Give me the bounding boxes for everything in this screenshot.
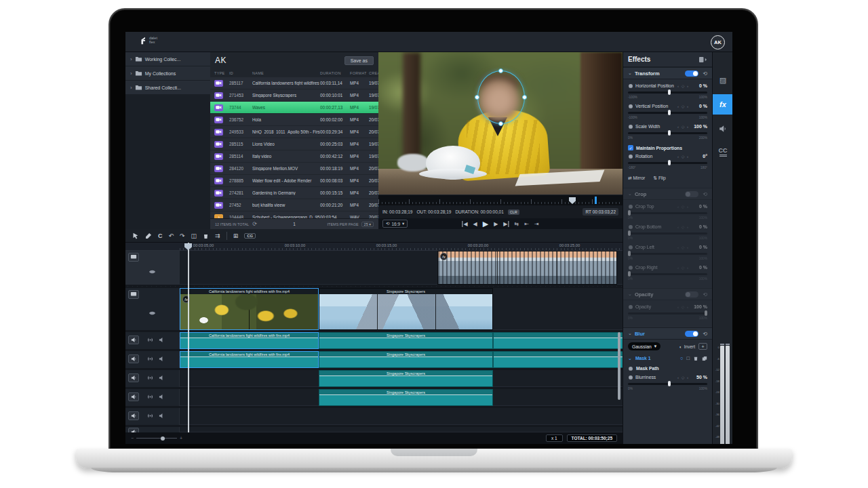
preview-playhead[interactable] [569,197,576,204]
insert-icon[interactable]: ⇉ [215,232,220,239]
control-value[interactable]: 0° [694,154,707,159]
mirror-button[interactable]: ⇄ Mirror [628,176,645,181]
video-track-2-header[interactable] [125,251,180,285]
clip-california-video[interactable]: California landowners fight wildfires wi… [180,288,319,330]
split-clip-icon[interactable]: ◫ [191,232,197,239]
control-value[interactable]: 50 % [694,375,707,380]
skip-start-button[interactable]: ◀ [462,221,467,227]
table-row[interactable]: 249533 NHQ_2018_1011_Apollo 50th - First… [210,126,378,138]
audio-tab-icon[interactable] [713,120,732,138]
timeline-vertical-scrollbar[interactable] [618,332,620,400]
keyframe-clock-icon[interactable] [628,153,633,159]
transform-toggle[interactable] [685,70,698,77]
speaker-icon[interactable] [128,428,139,432]
control-value[interactable]: 100 % [694,124,707,129]
section-transform[interactable]: ⌄ Transform ⟲ [623,67,712,79]
blurriness-slider[interactable] [628,381,707,386]
table-row[interactable]: 285114 Italy video 00:00:42:12 MP4 19/07… [210,150,378,162]
speaker-icon[interactable] [128,411,139,420]
ellipse-mask-tool[interactable]: ○ [680,355,684,361]
eye-icon[interactable] [149,310,156,316]
clip-crowd-video[interactable]: fx [437,251,617,285]
opacity-toggle[interactable] [685,291,698,298]
pan-icon[interactable] [147,394,153,400]
reset-icon[interactable]: ⟲ [703,191,707,197]
keyframe-nav[interactable]: ‹ ◇ › [677,104,689,108]
table-row-selected[interactable]: 73744 Waves 00:00:27,13 MP4 19/07/2 [210,102,378,113]
reset-icon[interactable]: ⟲ [703,70,707,77]
speaker-icon[interactable] [128,373,139,382]
crop-right-slider[interactable] [628,271,707,277]
transitions-icon[interactable]: ▨ [713,71,732,89]
pan-icon[interactable] [147,413,153,419]
monitor-icon[interactable] [128,253,139,262]
trim-tool-icon[interactable] [145,232,152,239]
eye-icon[interactable] [149,269,156,274]
items-per-page-select[interactable]: 25 ▾ [361,222,374,227]
razor-tool-icon[interactable]: C [158,232,163,239]
table-row[interactable]: 278885 Water flow edit - Adobe Render 00… [210,175,378,186]
user-avatar[interactable]: AK [711,35,725,49]
rotation-slider[interactable] [628,160,707,165]
captions-tab-icon[interactable]: CC [713,143,732,161]
audio-track-1-header[interactable] [125,332,180,349]
preview-scrub-bar[interactable] [378,195,623,205]
table-row[interactable]: 285117 California landowners fight wildf… [210,77,378,89]
table-row[interactable]: 284120 Singapore Merlion.MOV 00:00:18:19… [210,163,378,174]
mask-handle-right[interactable] [522,95,527,100]
sidebar-item-my-collections[interactable]: › My Collections [125,66,210,80]
sidebar-item-shared-collections[interactable]: › Shared Collecti... [125,81,210,94]
audio-track-5-header[interactable] [125,408,180,425]
out-point-marker[interactable] [595,197,597,204]
section-crop[interactable]: ⌄ Crop ⟲ [623,188,712,200]
blur-mode-dropdown[interactable]: Gaussian ▾ [628,342,660,350]
mask-path-row[interactable]: Mask Path [623,363,712,373]
pan-icon[interactable] [147,337,153,343]
mute-icon[interactable] [159,394,165,400]
exit-panel-icon[interactable] [698,56,707,63]
skip-end-button[interactable]: ▶ [503,221,509,227]
delete-clip-icon[interactable] [203,232,209,239]
delete-mask-icon[interactable] [693,355,698,361]
timeline-zoom-control[interactable]: − + [131,436,182,441]
page-number[interactable]: 1 [293,222,296,226]
clip-audio-continued-2[interactable] [493,351,623,368]
clip-singapore-audio-3[interactable]: Singapore Skyscrapers [319,370,493,387]
keyframe-nav[interactable]: ‹ ◇ › [677,124,689,129]
col-format[interactable]: FORMAT [350,71,369,75]
reset-icon[interactable]: ⟲ [703,331,707,337]
duplicate-mask-icon[interactable] [702,356,707,361]
table-row[interactable]: 285115 Lions Video 00:00:25:03 MP4 19/07… [210,138,378,150]
table-row[interactable]: 271453 Singapore Skyscrapers 00:00:10:01… [210,89,378,101]
playback-speed[interactable]: x 1 [546,434,563,442]
keyframe-clock-icon[interactable] [628,374,633,380]
clear-button[interactable]: CLR [508,209,519,215]
flip-button[interactable]: ⇅ Flip [653,176,666,181]
audio-track-5[interactable] [180,408,623,425]
video-track-1-header[interactable] [125,288,180,330]
section-blur[interactable]: ⌄ Blur ⟲ [623,327,712,340]
cg-button[interactable]: CG [244,233,256,239]
keyframe-clock-icon[interactable] [628,365,633,371]
speaker-icon[interactable] [128,336,139,344]
keyframe-clock-icon[interactable] [628,83,633,89]
speaker-icon[interactable] [128,392,139,401]
horizontal-position-slider[interactable] [628,89,707,95]
col-id[interactable]: ID [229,71,252,75]
save-as-button[interactable]: Save as [344,56,374,65]
keyframe-nav[interactable]: ‹ ◇ › [677,375,689,380]
zoom-in-icon[interactable]: + [180,436,182,441]
crop-toggle[interactable] [685,191,698,197]
col-duration[interactable]: DURATION [320,71,350,75]
crop-bottom-slider[interactable] [628,230,707,236]
clip-audio-continued-1[interactable] [493,332,623,349]
mask-name[interactable]: Mask 1 [635,356,651,361]
sidebar-item-working-collections[interactable]: › Working Collec... [125,52,210,66]
loop-button[interactable]: ⇆ [514,221,519,227]
mask-handle-bottom[interactable] [498,121,503,126]
zoom-out-icon[interactable]: − [131,436,134,441]
reset-icon[interactable]: ⟲ [703,291,707,298]
checkbox-checked[interactable]: ✓ [628,145,633,150]
refresh-icon[interactable]: ⟳ [252,221,257,227]
vertical-position-slider[interactable] [628,110,707,115]
